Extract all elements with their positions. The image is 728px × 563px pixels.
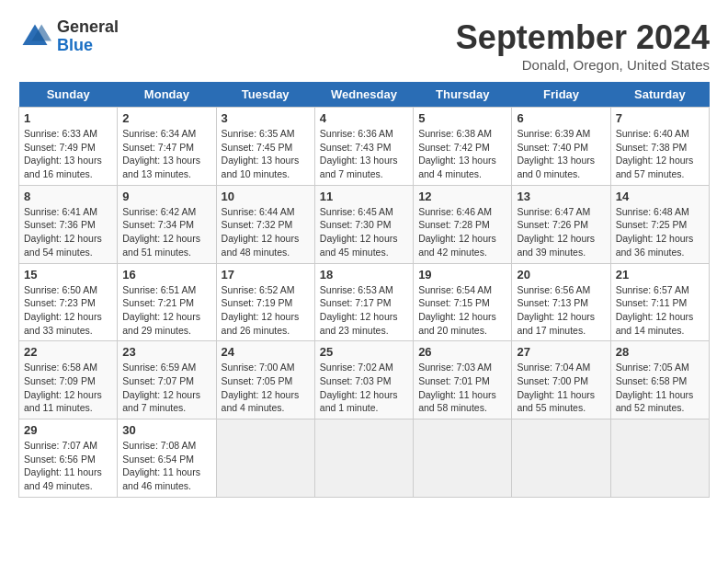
day-number: 20: [517, 268, 605, 282]
cell-sun-info: Sunrise: 7:04 AM Sunset: 7:00 PM Dayligh…: [517, 361, 605, 415]
calendar-cell: 12Sunrise: 6:46 AM Sunset: 7:28 PM Dayli…: [414, 185, 512, 263]
day-number: 11: [320, 190, 408, 203]
day-number: 14: [616, 190, 704, 203]
calendar-cell: [414, 419, 512, 498]
calendar-cell: 21Sunrise: 6:57 AM Sunset: 7:11 PM Dayli…: [610, 263, 709, 341]
weekday-header-saturday: Saturday: [610, 82, 709, 108]
cell-sun-info: Sunrise: 6:50 AM Sunset: 7:23 PM Dayligh…: [24, 283, 112, 338]
day-number: 21: [616, 268, 704, 282]
cell-sun-info: Sunrise: 6:33 AM Sunset: 7:49 PM Dayligh…: [24, 127, 112, 181]
cell-sun-info: Sunrise: 6:39 AM Sunset: 7:40 PM Dayligh…: [517, 127, 605, 181]
day-number: 18: [320, 268, 408, 282]
cell-sun-info: Sunrise: 6:42 AM Sunset: 7:34 PM Dayligh…: [122, 205, 210, 259]
calendar-cell: 9Sunrise: 6:42 AM Sunset: 7:34 PM Daylig…: [118, 185, 216, 263]
calendar-cell: 7Sunrise: 6:40 AM Sunset: 7:38 PM Daylig…: [610, 108, 709, 186]
day-number: 24: [222, 345, 310, 359]
logo: General Blue: [18, 18, 119, 55]
calendar-cell: 2Sunrise: 6:34 AM Sunset: 7:47 PM Daylig…: [118, 108, 216, 186]
calendar-cell: 25Sunrise: 7:02 AM Sunset: 7:03 PM Dayli…: [314, 341, 413, 419]
cell-sun-info: Sunrise: 6:45 AM Sunset: 7:30 PM Dayligh…: [320, 205, 408, 259]
day-number: 22: [24, 345, 112, 359]
week-row-2: 8Sunrise: 6:41 AM Sunset: 7:36 PM Daylig…: [19, 185, 710, 263]
cell-sun-info: Sunrise: 6:40 AM Sunset: 7:38 PM Dayligh…: [616, 127, 704, 181]
day-number: 28: [616, 345, 704, 359]
logo-blue-text: Blue: [57, 36, 93, 54]
day-number: 6: [517, 111, 605, 125]
weekday-header-friday: Friday: [512, 82, 610, 108]
calendar-cell: [216, 419, 314, 498]
cell-sun-info: Sunrise: 6:47 AM Sunset: 7:26 PM Dayligh…: [517, 205, 605, 259]
calendar-cell: 27Sunrise: 7:04 AM Sunset: 7:00 PM Dayli…: [512, 341, 610, 419]
calendar-cell: 18Sunrise: 6:53 AM Sunset: 7:17 PM Dayli…: [314, 263, 413, 341]
calendar-cell: 16Sunrise: 6:51 AM Sunset: 7:21 PM Dayli…: [118, 263, 216, 341]
cell-sun-info: Sunrise: 6:51 AM Sunset: 7:21 PM Dayligh…: [122, 283, 210, 338]
weekday-header-wednesday: Wednesday: [314, 82, 413, 108]
cell-sun-info: Sunrise: 6:48 AM Sunset: 7:25 PM Dayligh…: [616, 205, 704, 259]
page-header: General Blue September 2024 Donald, Oreg…: [18, 18, 710, 73]
cell-sun-info: Sunrise: 7:08 AM Sunset: 6:54 PM Dayligh…: [122, 439, 210, 493]
day-number: 5: [418, 111, 506, 125]
cell-sun-info: Sunrise: 6:35 AM Sunset: 7:45 PM Dayligh…: [222, 127, 310, 181]
calendar-cell: 1Sunrise: 6:33 AM Sunset: 7:49 PM Daylig…: [19, 108, 118, 186]
calendar-cell: [314, 419, 413, 498]
cell-sun-info: Sunrise: 6:54 AM Sunset: 7:15 PM Dayligh…: [418, 283, 506, 338]
calendar-cell: 13Sunrise: 6:47 AM Sunset: 7:26 PM Dayli…: [512, 185, 610, 263]
calendar-cell: 8Sunrise: 6:41 AM Sunset: 7:36 PM Daylig…: [19, 185, 118, 263]
cell-sun-info: Sunrise: 6:53 AM Sunset: 7:17 PM Dayligh…: [320, 283, 408, 338]
calendar-table: SundayMondayTuesdayWednesdayThursdayFrid…: [18, 82, 710, 498]
day-number: 30: [122, 423, 210, 437]
cell-sun-info: Sunrise: 7:00 AM Sunset: 7:05 PM Dayligh…: [222, 361, 310, 415]
day-number: 26: [418, 345, 506, 359]
weekday-header-monday: Monday: [118, 82, 216, 108]
week-row-3: 15Sunrise: 6:50 AM Sunset: 7:23 PM Dayli…: [19, 263, 710, 341]
calendar-cell: 19Sunrise: 6:54 AM Sunset: 7:15 PM Dayli…: [414, 263, 512, 341]
calendar-cell: 3Sunrise: 6:35 AM Sunset: 7:45 PM Daylig…: [216, 108, 314, 186]
cell-sun-info: Sunrise: 6:52 AM Sunset: 7:19 PM Dayligh…: [222, 283, 310, 338]
logo-icon: [18, 20, 51, 53]
calendar-cell: [610, 419, 709, 498]
cell-sun-info: Sunrise: 6:56 AM Sunset: 7:13 PM Dayligh…: [517, 283, 605, 338]
cell-sun-info: Sunrise: 6:38 AM Sunset: 7:42 PM Dayligh…: [418, 127, 506, 181]
day-number: 4: [320, 111, 408, 125]
cell-sun-info: Sunrise: 7:02 AM Sunset: 7:03 PM Dayligh…: [320, 361, 408, 415]
day-number: 1: [24, 111, 112, 125]
cell-sun-info: Sunrise: 7:03 AM Sunset: 7:01 PM Dayligh…: [418, 361, 506, 415]
calendar-cell: 24Sunrise: 7:00 AM Sunset: 7:05 PM Dayli…: [216, 341, 314, 419]
calendar-cell: 28Sunrise: 7:05 AM Sunset: 6:58 PM Dayli…: [610, 341, 709, 419]
calendar-cell: 11Sunrise: 6:45 AM Sunset: 7:30 PM Dayli…: [314, 185, 413, 263]
calendar-cell: 29Sunrise: 7:07 AM Sunset: 6:56 PM Dayli…: [19, 419, 118, 498]
weekday-header-sunday: Sunday: [19, 82, 118, 108]
day-number: 19: [418, 268, 506, 282]
calendar-cell: [512, 419, 610, 498]
calendar-cell: 20Sunrise: 6:56 AM Sunset: 7:13 PM Dayli…: [512, 263, 610, 341]
calendar-cell: 4Sunrise: 6:36 AM Sunset: 7:43 PM Daylig…: [314, 108, 413, 186]
calendar-cell: 17Sunrise: 6:52 AM Sunset: 7:19 PM Dayli…: [216, 263, 314, 341]
week-row-1: 1Sunrise: 6:33 AM Sunset: 7:49 PM Daylig…: [19, 108, 710, 186]
cell-sun-info: Sunrise: 6:57 AM Sunset: 7:11 PM Dayligh…: [616, 283, 704, 338]
day-number: 13: [517, 190, 605, 203]
day-number: 2: [122, 111, 210, 125]
weekday-header-thursday: Thursday: [414, 82, 512, 108]
day-number: 29: [24, 423, 112, 437]
cell-sun-info: Sunrise: 6:46 AM Sunset: 7:28 PM Dayligh…: [418, 205, 506, 259]
day-number: 23: [122, 345, 210, 359]
calendar-cell: 5Sunrise: 6:38 AM Sunset: 7:42 PM Daylig…: [414, 108, 512, 186]
day-number: 10: [222, 190, 310, 203]
week-row-4: 22Sunrise: 6:58 AM Sunset: 7:09 PM Dayli…: [19, 341, 710, 419]
calendar-cell: 14Sunrise: 6:48 AM Sunset: 7:25 PM Dayli…: [610, 185, 709, 263]
day-number: 3: [222, 111, 310, 125]
day-number: 9: [122, 190, 210, 203]
day-number: 27: [517, 345, 605, 359]
calendar-cell: 15Sunrise: 6:50 AM Sunset: 7:23 PM Dayli…: [19, 263, 118, 341]
calendar-cell: 26Sunrise: 7:03 AM Sunset: 7:01 PM Dayli…: [414, 341, 512, 419]
cell-sun-info: Sunrise: 6:58 AM Sunset: 7:09 PM Dayligh…: [24, 361, 112, 415]
day-number: 8: [24, 190, 112, 203]
cell-sun-info: Sunrise: 6:36 AM Sunset: 7:43 PM Dayligh…: [320, 127, 408, 181]
cell-sun-info: Sunrise: 7:05 AM Sunset: 6:58 PM Dayligh…: [616, 361, 704, 415]
day-number: 7: [616, 111, 704, 125]
cell-sun-info: Sunrise: 6:44 AM Sunset: 7:32 PM Dayligh…: [222, 205, 310, 259]
day-number: 25: [320, 345, 408, 359]
logo-general-text: General: [57, 17, 119, 36]
calendar-cell: 22Sunrise: 6:58 AM Sunset: 7:09 PM Dayli…: [19, 341, 118, 419]
calendar-cell: 30Sunrise: 7:08 AM Sunset: 6:54 PM Dayli…: [118, 419, 216, 498]
